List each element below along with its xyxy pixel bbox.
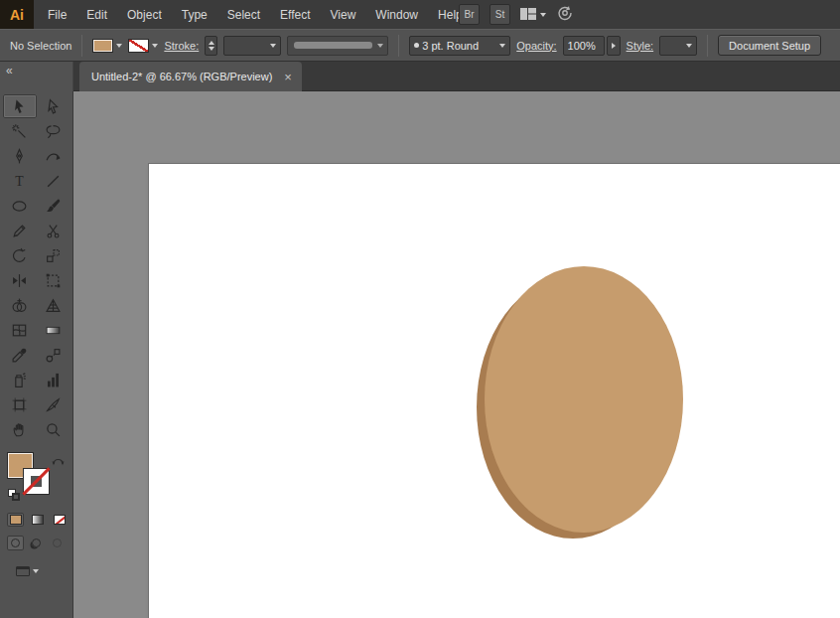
stock-button[interactable]: St <box>490 4 510 25</box>
direct-selection-tool[interactable] <box>37 94 70 118</box>
app-logo: Ai <box>0 0 34 29</box>
opacity-label[interactable]: Opacity: <box>516 40 556 52</box>
pen-tool[interactable] <box>3 144 37 168</box>
stroke-swatch-large[interactable] <box>23 468 50 495</box>
selection-status: No Selection <box>10 40 71 52</box>
blend-tool[interactable] <box>37 343 70 367</box>
menu-file[interactable]: File <box>38 8 76 22</box>
line-segment-tool[interactable] <box>37 169 70 193</box>
draw-normal-button[interactable] <box>7 536 24 550</box>
rotate-tool[interactable] <box>3 243 37 267</box>
collapse-toolbar-button[interactable]: « <box>6 64 12 77</box>
chevron-down-icon <box>33 569 39 573</box>
menu-object[interactable]: Object <box>117 8 172 22</box>
stepper-up-icon <box>209 41 214 45</box>
perspective-grid-tool[interactable] <box>37 293 70 317</box>
scissors-tool[interactable] <box>37 219 70 242</box>
egg-front-shape[interactable] <box>485 266 683 533</box>
draw-inside-button[interactable] <box>49 536 66 550</box>
draw-behind-button[interactable] <box>28 536 45 550</box>
artboard[interactable] <box>149 164 840 618</box>
color-icon <box>10 515 22 525</box>
magic-wand-tool[interactable] <box>3 119 37 143</box>
stroke-color-dropdown[interactable] <box>128 39 158 53</box>
brush-definition-combo[interactable]: 3 pt. Round <box>409 36 510 56</box>
change-screen-mode-button[interactable] <box>16 562 50 580</box>
artboard-tool[interactable] <box>3 392 37 416</box>
lasso-tool[interactable] <box>37 119 70 143</box>
swap-fill-stroke-icon[interactable] <box>52 452 65 470</box>
type-tool[interactable]: T <box>3 169 37 193</box>
workspace-switcher[interactable] <box>520 6 546 24</box>
chevron-down-icon <box>686 44 692 48</box>
brush-preview-dot <box>414 43 419 48</box>
shape-builder-tool[interactable] <box>3 293 37 317</box>
none-icon <box>54 515 66 525</box>
opacity-value: 100% <box>568 40 600 52</box>
separator <box>398 35 399 57</box>
hand-tool[interactable] <box>3 417 37 441</box>
color-mode-button[interactable] <box>7 513 24 527</box>
pencil-tool[interactable] <box>3 219 37 242</box>
width-profile-preview <box>294 42 372 49</box>
canvas-area[interactable] <box>73 91 840 618</box>
close-tab-icon[interactable]: × <box>284 71 292 83</box>
mesh-tool[interactable] <box>3 318 37 342</box>
tools-panel: T <box>0 91 73 618</box>
fill-stroke-indicator <box>6 451 69 501</box>
control-bar: No Selection Stroke: 3 pt. Round <box>0 29 840 62</box>
gradient-icon <box>32 515 44 525</box>
bridge-button[interactable]: Br <box>459 4 480 25</box>
chevron-right-icon <box>612 43 616 49</box>
column-graph-tool[interactable] <box>37 368 70 391</box>
document-tab[interactable]: Untitled-2* @ 66.67% (RGB/Preview) × <box>79 62 302 91</box>
style-combo[interactable] <box>659 36 697 56</box>
chevron-down-icon <box>152 44 158 48</box>
stroke-weight-stepper[interactable] <box>205 36 217 56</box>
free-transform-tool[interactable] <box>37 268 70 292</box>
document-setup-button[interactable]: Document Setup <box>718 35 821 56</box>
chevron-down-icon <box>499 44 505 48</box>
stepper-down-icon <box>209 47 214 51</box>
sync-settings-icon[interactable] <box>556 5 574 25</box>
symbol-sprayer-tool[interactable] <box>3 368 37 391</box>
menu-type[interactable]: Type <box>172 8 217 22</box>
tool-grid: T <box>0 91 72 441</box>
tools-panel-header: « <box>0 62 73 91</box>
eyedropper-tool[interactable] <box>3 343 37 367</box>
width-tool[interactable] <box>3 268 37 292</box>
draw-normal-icon <box>11 539 20 547</box>
menu-select[interactable]: Select <box>217 8 270 22</box>
width-profile-combo[interactable] <box>287 36 388 56</box>
slice-tool[interactable] <box>37 392 70 416</box>
menu-effect[interactable]: Effect <box>270 8 320 22</box>
selection-tool[interactable] <box>3 94 37 118</box>
none-mode-button[interactable] <box>51 513 68 527</box>
opacity-input[interactable]: 100% <box>563 36 605 56</box>
menu: FileEditObjectTypeSelectEffectViewWindow… <box>38 8 473 22</box>
brush-definition-value: 3 pt. Round <box>422 40 496 52</box>
illustrator-window: Ai FileEditObjectTypeSelectEffectViewWin… <box>0 0 840 618</box>
draw-inside-icon <box>53 539 62 547</box>
ellipse-tool[interactable] <box>3 194 37 218</box>
style-label[interactable]: Style: <box>627 40 654 52</box>
paintbrush-tool[interactable] <box>37 194 70 218</box>
curvature-tool[interactable] <box>37 144 70 168</box>
gradient-mode-button[interactable] <box>29 513 46 527</box>
menu-window[interactable]: Window <box>365 8 428 22</box>
menu-view[interactable]: View <box>321 8 366 22</box>
scale-tool[interactable] <box>37 243 70 267</box>
menu-edit[interactable]: Edit <box>76 8 117 22</box>
zoom-tool[interactable] <box>37 417 70 441</box>
stroke-weight-combo[interactable] <box>223 36 281 56</box>
svg-text:T: T <box>15 174 24 189</box>
egg-artwork[interactable] <box>149 164 840 618</box>
draw-behind-icon <box>32 539 41 547</box>
default-fill-stroke-icon[interactable] <box>8 489 22 502</box>
chevron-down-icon <box>377 44 383 48</box>
fill-color-dropdown[interactable] <box>92 39 122 53</box>
stroke-label[interactable]: Stroke: <box>164 40 199 52</box>
gradient-tool[interactable] <box>37 318 70 342</box>
opacity-dropdown-button[interactable] <box>607 36 621 56</box>
separator <box>707 35 708 57</box>
